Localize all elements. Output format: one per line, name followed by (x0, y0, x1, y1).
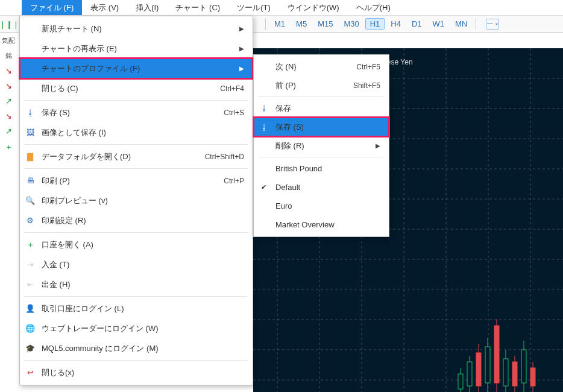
timeframe-m30[interactable]: M30 (339, 18, 363, 30)
menu-login-webtrader[interactable]: 🌐ウェブトレーダーにログイン (W) (20, 318, 253, 338)
svg-rect-33 (512, 362, 517, 386)
timeframe-h1[interactable]: H1 (365, 18, 385, 30)
svg-rect-27 (521, 350, 526, 383)
submenu-arrow-icon: ▶ (376, 142, 380, 149)
menu-file[interactable]: ファイル (F) (22, 0, 82, 15)
arrow-down-icon: ↘ (5, 66, 12, 75)
svg-rect-23 (485, 347, 490, 383)
timeframe-m15[interactable]: M15 (313, 18, 338, 30)
toolbar-separator (265, 18, 266, 30)
shortcut-label: Ctrl+F5 (356, 63, 380, 71)
shortcut-label: Ctrl+P (224, 177, 244, 185)
menu-help[interactable]: ヘルプ(H) (348, 0, 399, 15)
timeframe-h4[interactable]: H4 (386, 18, 406, 30)
menu-deposit: ⇥入金 (T) (20, 254, 253, 274)
submenu-next[interactable]: 次 (N)Ctrl+F5 (254, 57, 389, 76)
image-icon: 🖼 (25, 127, 36, 138)
svg-rect-19 (458, 374, 463, 389)
submenu-prev[interactable]: 前 (P)Shift+F5 (254, 76, 389, 95)
menu-separator (25, 144, 248, 145)
svg-rect-21 (467, 362, 472, 386)
candlestick-icon[interactable]: ❘❙❘ (1, 16, 17, 33)
menu-print[interactable]: 🖶印刷 (P)Ctrl+P (20, 171, 253, 191)
menu-login-mql5[interactable]: 🎓MQL5.community にログイン (M) (20, 338, 253, 358)
timeframe-w1[interactable]: W1 (428, 18, 450, 30)
check-icon: ✔ (261, 183, 266, 191)
market-watch-strip: 気配 銘 ↘ ↘ ↗ ↘ ↗ ＋ (0, 33, 17, 153)
submenu-profile-default[interactable]: ✔Default (254, 178, 389, 197)
submenu-save-plain[interactable]: ⭳保存 (254, 99, 389, 118)
printer-icon: 🖶 (25, 175, 36, 186)
exit-icon: ↩ (25, 367, 36, 378)
globe-icon: 🌐 (25, 323, 36, 334)
menu-reshow-chart: チャートの再表示 (E)▶ (20, 39, 253, 58)
submenu-arrow-icon: ▶ (239, 45, 244, 52)
withdraw-icon: ⇤ (25, 279, 36, 290)
menu-close[interactable]: 閉じる (C)Ctrl+F4 (20, 78, 253, 98)
candlesticks (454, 302, 551, 392)
menu-save-image[interactable]: 🖼画像として保存 (I) (20, 122, 253, 142)
menu-separator (259, 96, 384, 97)
menu-separator (25, 296, 248, 297)
submenu-arrow-icon: ▶ (239, 65, 244, 72)
plus-icon[interactable]: ＋ (5, 142, 13, 153)
submenu-arrow-icon: ▶ (239, 25, 244, 32)
menu-chart[interactable]: チャート (C) (167, 0, 228, 15)
timeframe-d1[interactable]: D1 (407, 18, 427, 30)
menu-withdraw: ⇤出金 (H) (20, 274, 253, 294)
shortcut-label: Ctrl+F4 (220, 84, 244, 93)
timeframe-mn[interactable]: MN (450, 18, 472, 30)
menu-separator (259, 157, 384, 157)
menu-window[interactable]: ウインドウ(W) (279, 0, 348, 15)
svg-rect-31 (494, 326, 499, 383)
menu-separator (25, 232, 248, 233)
menu-save[interactable]: ⭳保存 (S)Ctrl+S (20, 103, 253, 122)
menu-open-data-folder[interactable]: ▇データフォルダを開く(D)Ctrl+Shift+D (20, 147, 253, 166)
label-kihai: 気配 (2, 36, 15, 45)
svg-rect-29 (476, 353, 481, 386)
magnify-icon: 🔍 (25, 195, 36, 206)
folder-icon: ▇ (25, 151, 36, 162)
menu-login-trade-account[interactable]: 👤取引口座にログイン (L) (20, 299, 253, 318)
menu-insert[interactable]: 挿入(I) (127, 0, 167, 15)
menu-exit[interactable]: ↩閉じる(x) (20, 362, 253, 382)
arrow-down-icon: ↘ (5, 112, 12, 121)
menu-print-setup[interactable]: ⚙印刷設定 (R) (20, 210, 253, 230)
submenu-profile-market-overview[interactable]: Market Overview (254, 215, 389, 234)
menu-separator (25, 168, 248, 169)
download-icon: ⭳ (259, 103, 269, 114)
menu-chart-profile[interactable]: チャートのプロファイル (F)▶ (20, 58, 253, 78)
arrow-up-icon: ↗ (5, 127, 12, 136)
download-icon: ⭳ (25, 107, 36, 118)
person-icon: 👤 (25, 303, 36, 314)
submenu-save-as[interactable]: ⭳保存 (S) (254, 118, 389, 136)
menu-print-preview[interactable]: 🔍印刷プレビュー (v) (20, 191, 253, 210)
shortcut-label: Ctrl+Shift+D (205, 153, 244, 161)
graduation-icon: 🎓 (25, 343, 36, 354)
menu-tools[interactable]: ツール(T) (228, 0, 279, 15)
arrow-down-icon: ↘ (5, 81, 12, 90)
toolbar-separator (476, 18, 476, 30)
shortcut-label: Ctrl+S (224, 109, 244, 117)
timeframe-m1[interactable]: M1 (269, 18, 290, 30)
indicator-dropdown-button[interactable]: 〰 ▾ (486, 19, 499, 30)
submenu-profile-euro[interactable]: Euro (254, 197, 389, 215)
menu-separator (25, 100, 248, 101)
download-icon: ⭳ (259, 122, 269, 133)
shortcut-label: Shift+F5 (353, 81, 380, 90)
timeframe-m5[interactable]: M5 (291, 18, 312, 30)
menubar: ファイル (F) 表示 (V) 挿入(I) チャート (C) ツール(T) ウイ… (0, 0, 563, 16)
label-meigara: 銘 (5, 51, 12, 60)
menu-view[interactable]: 表示 (V) (82, 0, 127, 15)
menu-open-account[interactable]: ＋口座を開く (A) (20, 235, 253, 254)
gear-icon: ⚙ (25, 215, 36, 226)
menu-separator (25, 360, 248, 361)
submenu-profile-british-pound[interactable]: British Pound (254, 159, 389, 178)
submenu-delete[interactable]: 削除 (R)▶ (254, 136, 389, 155)
svg-rect-35 (530, 368, 535, 386)
menu-new-chart[interactable]: 新規チャート (N)▶ (20, 19, 253, 39)
svg-rect-25 (503, 359, 508, 386)
deposit-icon: ⇥ (25, 259, 36, 270)
arrow-up-icon: ↗ (5, 96, 12, 106)
profile-submenu: 次 (N)Ctrl+F5 前 (P)Shift+F5 ⭳保存 ⭳保存 (S) 削… (253, 54, 389, 237)
